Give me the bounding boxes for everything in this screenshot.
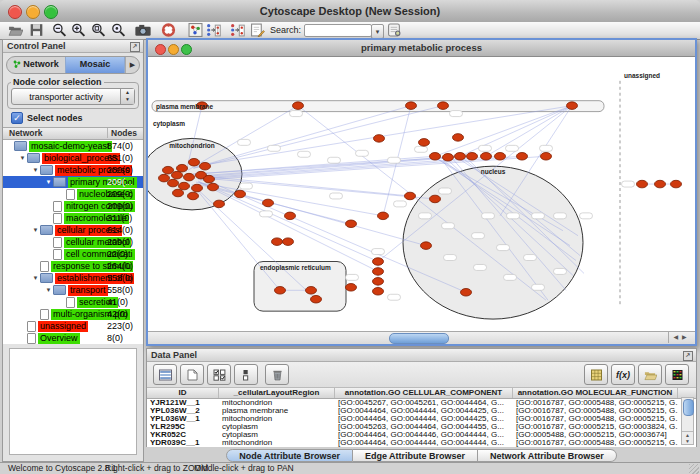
network-node[interactable] — [275, 287, 286, 295]
tab-overflow-arrow[interactable]: ▶ — [125, 57, 139, 73]
network-node[interactable] — [373, 278, 384, 286]
tree-row[interactable]: cellular metabol209(0) — [3, 236, 143, 248]
network-node[interactable] — [567, 102, 578, 110]
network-node[interactable] — [541, 153, 552, 161]
network-node[interactable] — [177, 164, 188, 172]
tree-row[interactable]: mosaic-demo-yeast874(0) — [3, 140, 143, 152]
zoom-fit-icon[interactable] — [111, 23, 126, 37]
network-node[interactable] — [406, 102, 417, 110]
network-node[interactable] — [421, 242, 432, 250]
network-node[interactable] — [235, 190, 246, 198]
vizmapper-icon[interactable] — [188, 23, 203, 37]
network-node[interactable] — [192, 184, 203, 192]
horizontal-scrollbar[interactable]: ◀▶ — [148, 331, 695, 344]
tree-row[interactable]: cell communicati22(0) — [3, 248, 143, 260]
vscroll-thumb[interactable] — [683, 399, 694, 416]
float-panel-icon[interactable]: ↗ — [130, 42, 140, 52]
network-node[interactable] — [655, 180, 666, 188]
network-graph[interactable]: plasma membranecytoplasmmitochondrionnuc… — [148, 57, 695, 331]
table-row[interactable]: YPL036W__1mitochondrion[GO:0044464, GO:0… — [147, 415, 696, 423]
network-edge[interactable] — [196, 106, 572, 167]
network-node[interactable] — [373, 268, 384, 276]
open-icon[interactable] — [8, 23, 23, 37]
tree-row[interactable]: macromolecule311(0) — [3, 212, 143, 224]
attribute-grid-icon[interactable] — [153, 364, 177, 385]
network-node[interactable] — [374, 135, 385, 143]
tree-row[interactable]: multi-organism pro42(0) — [3, 308, 143, 320]
annotation-icon[interactable] — [250, 23, 265, 37]
tree-row[interactable]: Overview8(0) — [3, 332, 143, 344]
import-table-icon[interactable] — [638, 364, 662, 385]
float-data-panel-icon[interactable]: ↗ — [683, 351, 693, 361]
tab-edge-attribute-browser[interactable]: Edge Attribute Browser — [353, 449, 478, 462]
select-nodes-checkbox[interactable]: ✓ — [11, 112, 23, 124]
network-node[interactable] — [283, 238, 294, 246]
tree-row[interactable]: secretion41(0) — [3, 296, 143, 308]
network-edge[interactable] — [188, 106, 298, 171]
network-node[interactable] — [293, 102, 304, 110]
network-edge[interactable] — [486, 106, 572, 157]
network-node[interactable] — [517, 153, 528, 161]
network-node[interactable] — [214, 200, 225, 208]
network-node[interactable] — [263, 199, 274, 207]
table-row[interactable]: YPL036W__2plasma membrane[GO:0044464, GO… — [147, 407, 696, 415]
network-node[interactable] — [173, 189, 184, 197]
network-node[interactable] — [188, 192, 199, 200]
disclosure-triangle-icon[interactable]: ▼ — [44, 179, 53, 185]
tree-row[interactable]: ▼metabolic process280(0) — [3, 164, 143, 176]
tree-row[interactable]: response to stimulu264(0) — [3, 260, 143, 272]
network-node[interactable] — [461, 289, 472, 297]
network-node[interactable] — [208, 183, 219, 191]
table-header-row[interactable]: ID_cellularLayoutRegionannotation.GO CEL… — [147, 388, 696, 399]
function-builder-icon[interactable]: f(x) — [611, 364, 635, 385]
dropdown-arrows-icon[interactable]: ▲▼ — [120, 89, 134, 104]
network-node[interactable] — [467, 153, 478, 161]
network-node[interactable] — [204, 175, 215, 183]
zoom-out-icon[interactable] — [52, 23, 67, 37]
network-node[interactable] — [346, 284, 357, 292]
compartment-plasma-membrane[interactable] — [152, 101, 604, 112]
table-column-header[interactable]: _cellularLayoutRegion — [219, 388, 335, 398]
network-node[interactable] — [455, 153, 466, 161]
network-node[interactable] — [438, 102, 449, 110]
network-node[interactable] — [430, 195, 441, 203]
disclosure-triangle-icon[interactable]: ▼ — [31, 275, 40, 281]
network-node[interactable] — [189, 158, 200, 166]
tab-network-attribute-browser[interactable]: Network Attribute Browser — [478, 449, 617, 462]
delete-attribute-icon[interactable] — [265, 364, 289, 385]
node-color-dropdown[interactable]: transporter activity ▲▼ — [11, 88, 135, 105]
network-view-titlebar[interactable]: primary metabolic process — [148, 40, 695, 57]
birds-eye-view[interactable] — [9, 348, 137, 455]
save-table-icon[interactable] — [584, 364, 608, 385]
network-node[interactable] — [481, 153, 492, 161]
network-node[interactable] — [159, 174, 170, 182]
network-node[interactable] — [184, 173, 195, 181]
tab-node-attribute-browser[interactable]: Node Attribute Browser — [226, 449, 353, 462]
tree-row[interactable]: ▼transport558(0) — [3, 284, 143, 296]
network-node[interactable] — [378, 212, 389, 220]
map-nodes-blue-icon[interactable] — [206, 23, 221, 37]
zoom-selected-icon[interactable] — [91, 23, 106, 37]
network-node[interactable] — [671, 180, 682, 188]
network-node[interactable] — [346, 220, 357, 228]
network-node[interactable] — [419, 139, 430, 147]
table-column-header[interactable]: annotation.GO CELLULAR_COMPONENT — [335, 388, 513, 398]
map-nodes-red-icon[interactable] — [230, 23, 245, 37]
network-node[interactable] — [443, 153, 454, 161]
new-attribute-icon[interactable] — [180, 364, 204, 385]
network-node[interactable] — [172, 171, 183, 179]
tree-row[interactable]: nitrogen compou209(0) — [3, 200, 143, 212]
table-row[interactable]: YLR295Ccytoplasm[GO:0045263, GO:0044464,… — [147, 423, 696, 431]
save-icon[interactable] — [29, 23, 44, 37]
disclosure-triangle-icon[interactable]: ▼ — [44, 287, 53, 293]
select-attributes-icon[interactable] — [207, 364, 231, 385]
table-row[interactable]: YJR121W__1mitochondrion[GO:0045267, GO:0… — [147, 399, 696, 407]
search-input[interactable] — [304, 24, 372, 37]
network-node[interactable] — [637, 180, 648, 188]
table-row[interactable]: YDR039C__1mitochondrion[GO:0044464, GO:0… — [147, 439, 696, 447]
network-node[interactable] — [168, 179, 179, 187]
disclosure-triangle-icon[interactable]: ▼ — [31, 227, 40, 233]
network-canvas[interactable]: plasma membranecytoplasmmitochondrionnuc… — [148, 57, 695, 331]
network-node[interactable] — [179, 182, 190, 190]
disclosure-triangle-icon[interactable]: ▼ — [18, 155, 27, 161]
